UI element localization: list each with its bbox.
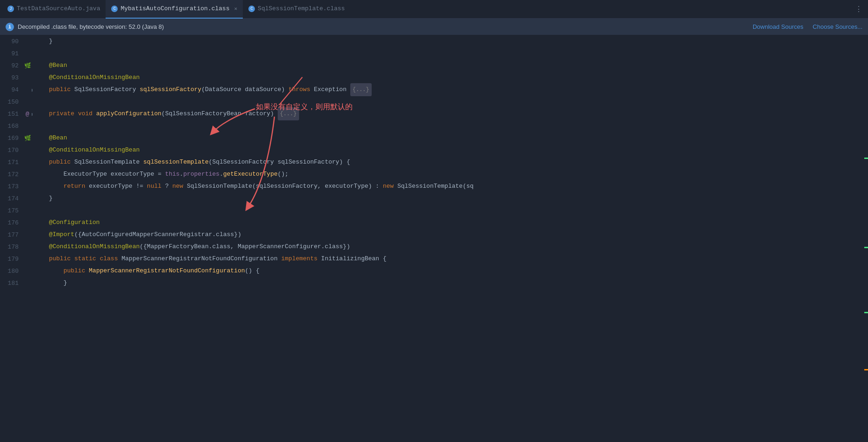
code-line-172: ExecutorType executorType = this.propert… — [34, 168, 868, 180]
code-line-150 — [34, 96, 868, 108]
class-file-icon-2: C — [248, 6, 255, 12]
gutter-row-169: 169 🌿 — [0, 132, 33, 144]
gutter-row-94: 94 ▶ — [0, 84, 33, 96]
tab-label: SqlSessionTemplate.class — [258, 5, 345, 12]
info-icon: i — [6, 23, 14, 31]
tab-close-button[interactable]: ✕ — [234, 6, 237, 12]
line-gutter: 90 91 92 🌿 93 94 ▶ 150 — [0, 35, 33, 442]
code-line-174: } — [34, 192, 868, 205]
code-line-90: } — [34, 35, 868, 47]
gutter-row-170: 170 — [0, 144, 33, 156]
bean-icon-169: 🌿 — [23, 135, 32, 142]
code-line-169: @Bean — [34, 132, 868, 144]
tab-label: MybatisAutoConfiguration.class — [120, 5, 229, 12]
tab-testdatasourceauto[interactable]: J TestDataSourceAuto.java — [2, 0, 106, 19]
gutter-row-151: 151 @ ▶ — [0, 108, 33, 120]
code-line-173: return executorType != null ? new SqlSes… — [34, 180, 868, 192]
at-icon-151: @ — [23, 111, 32, 118]
code-line-93: @ConditionalOnMissingBean — [34, 72, 868, 84]
gutter-row-168: 168 — [0, 120, 33, 132]
gutter-row-175: 175 — [0, 205, 33, 217]
decompiled-info-text: Decompiled .class file, bytecode version… — [18, 23, 164, 30]
gutter-row-150: 150 — [0, 96, 33, 108]
java-file-icon: J — [7, 6, 14, 12]
code-line-91 — [34, 47, 868, 59]
gutter-row-174: 174 — [0, 192, 33, 205]
tab-mybatisautoconfiguration[interactable]: C MybatisAutoConfiguration.class ✕ — [106, 0, 243, 19]
more-tabs-button[interactable]: ⋮ — [851, 5, 866, 14]
code-line-178: @ConditionalOnMissingBean({MapperFactory… — [34, 241, 868, 253]
code-line-151: private void applyConfiguration(SqlSessi… — [34, 108, 868, 120]
gutter-row-180: 180 — [0, 265, 33, 277]
tab-bar: J TestDataSourceAuto.java C MybatisAutoC… — [0, 0, 868, 19]
decompiled-info-bar: i Decompiled .class file, bytecode versi… — [0, 19, 868, 35]
code-line-175 — [34, 205, 868, 217]
gutter-row-176: 176 — [0, 217, 33, 229]
code-line-92: @Bean — [34, 59, 868, 72]
gutter-row-171: 171 — [0, 156, 33, 168]
tab-sqlsessiontemplate[interactable]: C SqlSessionTemplate.class — [243, 0, 350, 19]
code-line-179: public static class MapperScannerRegistr… — [34, 253, 868, 265]
code-line-171: public SqlSessionTemplate sqlSessionTemp… — [34, 156, 868, 168]
code-editor-area: 90 91 92 🌿 93 94 ▶ 150 — [0, 35, 868, 442]
code-line-176: @Configuration — [34, 217, 868, 229]
download-sources-link[interactable]: Download Sources — [753, 23, 803, 30]
code-line-181: } — [34, 277, 868, 289]
gutter-row-179: 179 — [0, 253, 33, 265]
class-file-icon: C — [111, 6, 118, 12]
gutter-row-181: 181 — [0, 277, 33, 289]
gutter-row-90: 90 — [0, 35, 33, 47]
choose-sources-link[interactable]: Choose Sources... — [813, 23, 862, 30]
code-line-168 — [34, 120, 868, 132]
gutter-row-92: 92 🌿 — [0, 59, 33, 72]
gutter-row-173: 173 — [0, 180, 33, 192]
gutter-row-172: 172 — [0, 168, 33, 180]
code-line-177: @Import({AutoConfiguredMapperScannerRegi… — [34, 229, 868, 241]
code-line-94: public SqlSessionFactory sqlSessionFacto… — [34, 84, 868, 96]
info-actions: Download Sources Choose Sources... — [753, 23, 862, 30]
bean-icon-92: 🌿 — [23, 62, 32, 69]
gutter-row-93: 93 — [0, 72, 33, 84]
code-text-area[interactable]: } @Bean @ConditionalOnMissingBean public… — [33, 35, 868, 442]
code-line-170: @ConditionalOnMissingBean — [34, 144, 868, 156]
scroll-indicators — [864, 35, 868, 442]
gutter-row-178: 178 — [0, 241, 33, 253]
gutter-row-91: 91 — [0, 47, 33, 59]
gutter-row-177: 177 — [0, 229, 33, 241]
tab-label: TestDataSourceAuto.java — [17, 5, 100, 12]
code-line-180: public MapperScannerRegistrarNotFoundCon… — [34, 265, 868, 277]
